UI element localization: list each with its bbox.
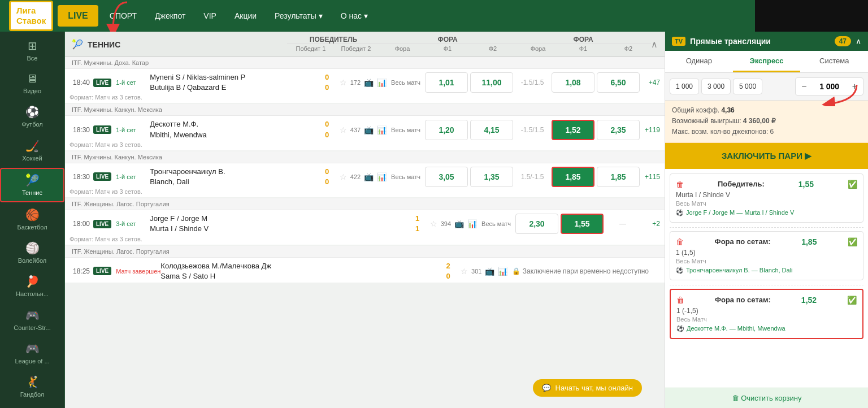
odds-w2-3[interactable]: 1,55 (561, 214, 604, 234)
stats-icon-3[interactable]: 📊 (467, 219, 477, 228)
sidebar-label-all: Все (27, 55, 38, 62)
sidebar-item-basketball[interactable]: 🏀 Баскетбол (0, 203, 64, 236)
match-row-4: ITF. Женщины. Лагос. Португалия 18:25 LI… (65, 246, 665, 283)
sidebar-item-volleyball[interactable]: 🏐 Волейбол (0, 237, 64, 269)
odds-w1-3[interactable]: 2,30 (515, 214, 558, 234)
sidebar-item-video[interactable]: 🖥 Видео (0, 68, 64, 99)
sidebar-label-video: Видео (23, 88, 41, 95)
sidebar-item-all[interactable]: ⊞ Все (0, 34, 64, 67)
tab-sistema[interactable]: Система (800, 51, 868, 72)
bet-slip-selection-1: 1 (1,5) (676, 249, 857, 257)
odds-f2-1[interactable]: 2,35 (597, 120, 640, 140)
fav-star-1[interactable]: ☆ (340, 125, 347, 134)
more-bets-2[interactable]: +115 (640, 173, 660, 181)
fav-star-3[interactable]: ☆ (430, 219, 437, 228)
stats-icon-1[interactable]: 📊 (377, 125, 387, 134)
match-period-4: Матч завершен (116, 268, 160, 275)
odds-f1-1[interactable]: 1,52 (552, 120, 594, 140)
amount-btn-5000[interactable]: 5 000 (733, 79, 762, 94)
odds-f2-2[interactable]: 1,85 (597, 167, 640, 187)
nav-about[interactable]: О нас ▾ (334, 7, 375, 25)
nav-jackpot[interactable]: Джекпот (148, 7, 192, 25)
stream-icon-1[interactable]: 📺 (364, 125, 374, 134)
fav-star-4[interactable]: ☆ (461, 267, 468, 276)
sidebar-item-football[interactable]: ⚽ Футбол (0, 101, 64, 133)
nav-results[interactable]: Результаты ▾ (268, 7, 329, 25)
stats-icon-4[interactable]: 📊 (498, 267, 507, 276)
match-scores-0: 0 0 (322, 72, 333, 93)
score2-2: 0 (325, 177, 329, 187)
odds-w2-1[interactable]: 4,15 (470, 120, 513, 140)
logo[interactable]: ЛигаСтавок (9, 1, 53, 31)
bet-slip-header-2: 🗑 Фора по сетам: 1,52 ✅ (676, 296, 857, 305)
more-bets-0[interactable]: +47 (640, 79, 660, 86)
odds-w1-0[interactable]: 1,01 (425, 72, 468, 93)
odds-w2-2[interactable]: 1,35 (470, 167, 513, 187)
sidebar-item-cs[interactable]: 🎮 Counter-Str... (0, 304, 64, 336)
nav-live[interactable]: LIVE (58, 5, 98, 27)
match-league-3: ITF. Женщины. Лагос. Португалия (65, 198, 665, 210)
nav-aktsii[interactable]: Акции (228, 7, 263, 25)
fora-label-3: — (606, 220, 640, 228)
stats-icon-0[interactable]: 📊 (377, 78, 387, 87)
match-icons-3: ☆ 394 📺 📊 (430, 219, 477, 228)
col-fora1-subs: Фора Ф1 Ф2 (380, 44, 515, 53)
match-period-3: 3-й сет (116, 220, 150, 227)
match-league-4: ITF. Женщины. Лагос. Португалия (65, 246, 665, 258)
odds-f2-0[interactable]: 6,50 (597, 72, 640, 93)
tab-express[interactable]: Экспресс (733, 51, 801, 72)
stream-icon-3[interactable]: 📺 (454, 219, 464, 228)
amount-minus-btn[interactable]: − (796, 78, 812, 95)
stream-icon-4[interactable]: 📺 (485, 267, 494, 276)
more-bets-3[interactable]: +2 (640, 220, 660, 228)
fav-star-0[interactable]: ☆ (340, 78, 347, 87)
odds-w1-1[interactable]: 1,20 (425, 120, 468, 140)
section-expand-icon[interactable]: ∧ (651, 39, 658, 50)
stream-icon-2[interactable]: 📺 (364, 172, 374, 181)
sidebar-item-handball[interactable]: 🤾 Гандбол (0, 371, 64, 403)
score2-4: 0 (446, 271, 450, 281)
clear-cart-button[interactable]: 🗑 Очистить корзину (665, 388, 868, 408)
more-bets-1[interactable]: +119 (640, 126, 660, 134)
trash-icon-0[interactable]: 🗑 (676, 180, 684, 189)
odds-group-3: 2,30 1,55 — (515, 214, 640, 234)
arrow-decoration (96, 1, 130, 33)
tab-odinar[interactable]: Одинар (665, 51, 733, 72)
place-bet-button[interactable]: ЗАКЛЮЧИТЬ ПАРИ ▶ (665, 143, 868, 169)
bet-slip-odds-1: 1,85 (801, 237, 817, 246)
nav-vip[interactable]: VIP (197, 7, 223, 25)
lol-icon: 🎮 (25, 342, 40, 355)
match-names-4: Колодзьежова М./Малечкова Дж Sama S / Sa… (160, 261, 440, 281)
odds-f1-0[interactable]: 1,08 (552, 72, 594, 93)
score1-4: 2 (446, 261, 450, 271)
fora-label-2: 1.5/-1.5 (515, 173, 549, 181)
sidebar-item-hockey[interactable]: 🏒 Хоккей (0, 134, 64, 167)
odds-w1-2[interactable]: 3,05 (425, 167, 468, 187)
odds-group-0: 1,01 11,00 -1.5/1.5 1,08 6,50 (425, 72, 640, 93)
summary-arrow (817, 84, 862, 106)
video-icon: 🖥 (27, 72, 38, 85)
sidebar-item-lol[interactable]: 🎮 League of ... (0, 337, 64, 370)
sport-name: ТЕННИС (88, 40, 287, 49)
match-player2-1: Mbithi, Mwendwa (150, 130, 319, 140)
right-panel: TV Прямые трансляции 47 ∧ Одинар Экспрес… (665, 32, 868, 408)
trash-icon-1[interactable]: 🗑 (676, 237, 684, 246)
stream-icon-0[interactable]: 📺 (364, 78, 374, 87)
right-panel-chevron[interactable]: ∧ (856, 37, 861, 46)
match-time-2: 18:30 (70, 173, 93, 181)
chat-label: Начать чат, мы онлайн (555, 384, 633, 392)
match-top-1: 18:30 LIVE 1-й сет Дескотте М.Ф. Mbithi,… (65, 116, 665, 141)
odds-f1-2[interactable]: 1,85 (552, 167, 594, 187)
amount-btn-3000[interactable]: 3 000 (701, 79, 731, 94)
trash-icon-2[interactable]: 🗑 (676, 296, 684, 305)
match-names-0: Myneni S / Niklas-salminen P Butulija B … (150, 72, 319, 93)
match-player2-0: Butulija B / Qabazard E (150, 83, 319, 93)
amount-btn-1000[interactable]: 1 000 (670, 79, 699, 94)
odds-w2-0[interactable]: 11,00 (470, 72, 513, 93)
sidebar-item-tabletennis[interactable]: 🏓 Настольн... (0, 270, 64, 302)
bet-slip-match-1: ⚽ Тронгчароенчаикул В. — Blanch, Dali (676, 267, 857, 274)
fav-star-2[interactable]: ☆ (340, 172, 347, 181)
sidebar-item-tennis[interactable]: 🎾 Теннис (0, 168, 64, 202)
chat-button[interactable]: 💬 Начать чат, мы онлайн (533, 379, 642, 397)
stats-icon-2[interactable]: 📊 (377, 172, 387, 181)
